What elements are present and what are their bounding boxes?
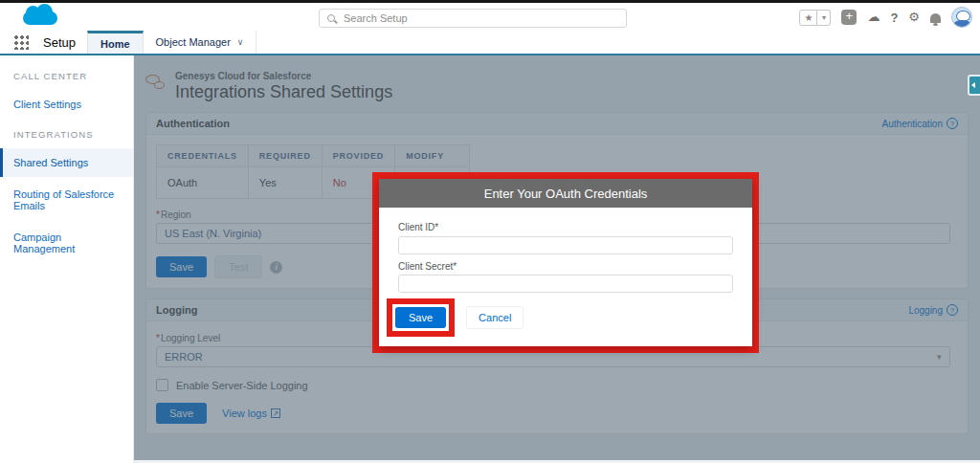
tab-home-label: Home bbox=[100, 38, 130, 50]
annotation-box-save: Save bbox=[387, 298, 455, 337]
favorites-group: ★ ▾ bbox=[799, 10, 831, 26]
setup-app-label: Setup bbox=[43, 35, 76, 50]
sidebar-section-integrations: INTEGRATIONS bbox=[0, 121, 133, 145]
search-input[interactable] bbox=[344, 12, 618, 24]
tab-home[interactable]: Home bbox=[87, 31, 144, 54]
modal-footer: Save Cancel bbox=[398, 298, 733, 337]
modal-title: Enter Your OAuth Credentials bbox=[379, 179, 752, 208]
annotation-box-modal: Enter Your OAuth Credentials Client ID* … bbox=[372, 172, 759, 353]
trailhead-cloud-icon[interactable]: ☁ bbox=[867, 10, 880, 25]
setup-gear-icon[interactable]: ⚙ bbox=[908, 10, 920, 25]
global-search[interactable] bbox=[319, 9, 627, 28]
favorites-star-icon[interactable]: ★ bbox=[799, 10, 817, 26]
sidebar-item-client-settings[interactable]: Client Settings bbox=[0, 90, 133, 119]
tab-object-manager-label: Object Manager bbox=[156, 36, 231, 48]
app-launcher-icon[interactable] bbox=[13, 34, 29, 50]
modal-save-button[interactable]: Save bbox=[395, 307, 446, 328]
setup-tabs: Home Object Manager ∨ bbox=[87, 31, 256, 54]
help-icon[interactable]: ? bbox=[890, 11, 898, 25]
setup-nav-bar: Setup Home Object Manager ∨ bbox=[0, 31, 980, 55]
sidebar-item-routing-emails[interactable]: Routing of Salesforce Emails bbox=[0, 180, 133, 220]
modal-body: Client ID* Client Secret* Save Cancel bbox=[379, 208, 752, 346]
global-header: ★ ▾ + ☁ ? ⚙ bbox=[0, 3, 980, 31]
setup-sidebar: CALL CENTER Client Settings INTEGRATIONS… bbox=[0, 55, 134, 463]
favorites-dropdown-icon[interactable]: ▾ bbox=[817, 10, 831, 26]
quick-create-plus-icon[interactable]: + bbox=[841, 10, 857, 25]
edge-feedback-tab[interactable] bbox=[968, 75, 980, 96]
chevron-down-icon: ∨ bbox=[237, 37, 244, 47]
sidebar-section-call-center: CALL CENTER bbox=[0, 63, 133, 87]
client-secret-label: Client Secret* bbox=[398, 261, 733, 272]
header-icon-group: ★ ▾ + ☁ ? ⚙ bbox=[799, 8, 972, 27]
avatar[interactable] bbox=[951, 7, 972, 28]
tab-object-manager[interactable]: Object Manager ∨ bbox=[144, 31, 257, 54]
client-id-label: Client ID* bbox=[398, 222, 733, 232]
search-icon bbox=[327, 14, 335, 22]
sidebar-item-shared-settings[interactable]: Shared Settings bbox=[0, 148, 133, 177]
client-id-field[interactable] bbox=[398, 236, 733, 254]
notifications-bell-icon[interactable] bbox=[930, 13, 941, 23]
salesforce-logo bbox=[23, 11, 57, 25]
oauth-credentials-modal: Enter Your OAuth Credentials Client ID* … bbox=[379, 179, 752, 346]
sidebar-item-campaign-management[interactable]: Campaign Management bbox=[0, 223, 133, 263]
client-secret-field[interactable] bbox=[398, 275, 733, 293]
modal-cancel-button[interactable]: Cancel bbox=[466, 306, 523, 329]
